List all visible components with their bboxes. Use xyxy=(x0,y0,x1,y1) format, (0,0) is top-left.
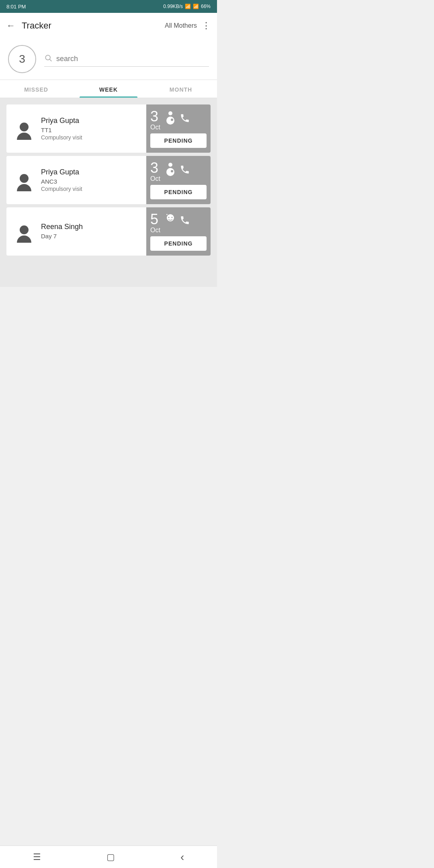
app-bar: ← Tracker All Mothers ⋮ xyxy=(0,13,217,39)
more-options-button[interactable]: ⋮ xyxy=(202,20,211,31)
visit-label: Compulsory visit xyxy=(41,186,140,192)
avatar-head xyxy=(20,225,29,234)
back-button[interactable]: ← xyxy=(6,20,15,31)
baby-icon[interactable] xyxy=(164,214,176,229)
list-item: Priya Gupta ANC3 Compulsory visit 3 Oct xyxy=(6,156,211,204)
tabs: MISSED WEEK MONTH xyxy=(0,80,217,98)
card-right-2: 3 Oct xyxy=(146,156,211,204)
count-value: 3 xyxy=(19,53,25,66)
avatar-body xyxy=(17,133,31,140)
pending-button[interactable]: PENDING xyxy=(150,236,207,251)
date-day: 5 xyxy=(150,212,158,227)
card-right-top-2: 3 Oct xyxy=(150,161,207,182)
svg-point-0 xyxy=(45,55,50,60)
status-bar: 8:01 PM 0.99KB/s 📶 📶 66% xyxy=(0,0,217,13)
count-circle: 3 xyxy=(8,45,36,73)
card-left-2: Priya Gupta ANC3 Compulsory visit xyxy=(6,156,146,204)
list-item: Reena Singh Day 7 5 Oct xyxy=(6,207,211,256)
patient-name: Reena Singh xyxy=(41,223,140,231)
wifi-icon: 📶 xyxy=(193,4,199,9)
search-icon xyxy=(44,54,52,64)
card-right-1: 3 Oct xyxy=(146,104,211,153)
tab-missed[interactable]: MISSED xyxy=(0,80,72,98)
patient-name: Priya Gupta xyxy=(41,168,140,176)
avatar xyxy=(13,169,35,191)
filter-label[interactable]: All Mothers xyxy=(165,22,197,29)
pregnant-icon[interactable] xyxy=(164,111,176,128)
avatar xyxy=(13,117,35,140)
action-icons-3 xyxy=(164,214,190,229)
status-time: 8:01 PM xyxy=(6,4,26,10)
svg-point-10 xyxy=(171,217,172,218)
tab-week[interactable]: WEEK xyxy=(72,80,145,98)
svg-point-2 xyxy=(168,111,172,115)
card-left-1: Priya Gupta TT1 Compulsory visit xyxy=(6,104,146,153)
search-section: 3 xyxy=(0,39,217,80)
card-left-3: Reena Singh Day 7 xyxy=(6,207,146,256)
svg-point-6 xyxy=(166,168,174,176)
card-right-3: 5 Oct xyxy=(146,207,211,256)
action-icons-2 xyxy=(164,162,190,180)
list-item: Priya Gupta TT1 Compulsory visit 3 Oct xyxy=(6,104,211,153)
phone-icon[interactable] xyxy=(180,164,190,178)
date-month: Oct xyxy=(150,124,160,131)
card-info-2: Priya Gupta ANC3 Compulsory visit xyxy=(41,168,140,192)
visit-type: ANC3 xyxy=(41,178,140,185)
search-input[interactable] xyxy=(56,55,209,63)
signal-icons: 📶 xyxy=(185,4,191,9)
status-right: 0.99KB/s 📶 📶 66% xyxy=(163,4,211,9)
visit-type: TT1 xyxy=(41,127,140,133)
svg-point-3 xyxy=(166,117,174,125)
svg-line-1 xyxy=(50,59,52,61)
patient-name: Priya Gupta xyxy=(41,117,140,125)
svg-point-9 xyxy=(168,217,169,218)
phone-icon[interactable] xyxy=(180,215,190,228)
date-month: Oct xyxy=(150,227,160,234)
date-block-1: 3 Oct xyxy=(150,109,160,131)
date-block-3: 5 Oct xyxy=(150,212,160,234)
svg-point-7 xyxy=(171,170,173,172)
tab-month[interactable]: MONTH xyxy=(145,80,217,98)
visit-label: Compulsory visit xyxy=(41,134,140,141)
pregnant-icon[interactable] xyxy=(164,162,176,180)
date-block-2: 3 Oct xyxy=(150,161,160,182)
card-right-top-1: 3 Oct xyxy=(150,109,207,131)
svg-point-4 xyxy=(171,119,173,121)
search-box xyxy=(44,51,209,67)
pending-button[interactable]: PENDING xyxy=(150,133,207,148)
phone-icon[interactable] xyxy=(180,113,190,126)
avatar-body xyxy=(17,235,31,243)
pending-button[interactable]: PENDING xyxy=(150,185,207,199)
avatar-head xyxy=(20,123,29,131)
avatar-head xyxy=(20,174,29,183)
card-info-1: Priya Gupta TT1 Compulsory visit xyxy=(41,117,140,141)
card-info-3: Reena Singh Day 7 xyxy=(41,223,140,240)
battery-level: 66% xyxy=(201,4,211,9)
card-right-top-3: 5 Oct xyxy=(150,212,207,234)
date-month: Oct xyxy=(150,175,160,182)
card-list: Priya Gupta TT1 Compulsory visit 3 Oct xyxy=(0,98,217,287)
action-icons-1 xyxy=(164,111,190,128)
page-title: Tracker xyxy=(22,20,165,31)
svg-point-5 xyxy=(168,163,172,167)
avatar-body xyxy=(17,184,31,191)
date-day: 3 xyxy=(150,109,158,124)
network-speed: 0.99KB/s xyxy=(163,4,183,9)
date-day: 3 xyxy=(150,161,158,175)
visit-type: Day 7 xyxy=(41,233,140,240)
avatar xyxy=(13,220,35,243)
